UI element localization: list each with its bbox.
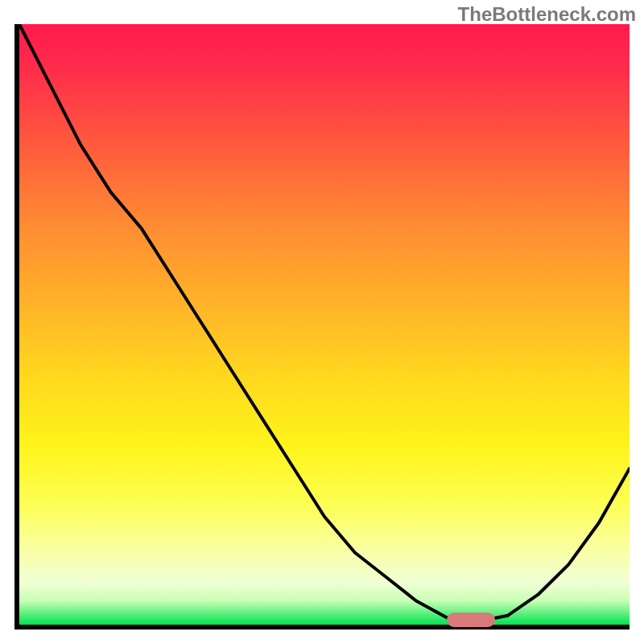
plot-frame xyxy=(14,24,630,630)
watermark-text: TheBottleneck.com xyxy=(458,3,636,26)
bottleneck-curve xyxy=(19,24,630,621)
curve-svg xyxy=(19,24,630,625)
optimal-zone-marker xyxy=(447,613,496,627)
chart-container: TheBottleneck.com xyxy=(0,0,644,644)
